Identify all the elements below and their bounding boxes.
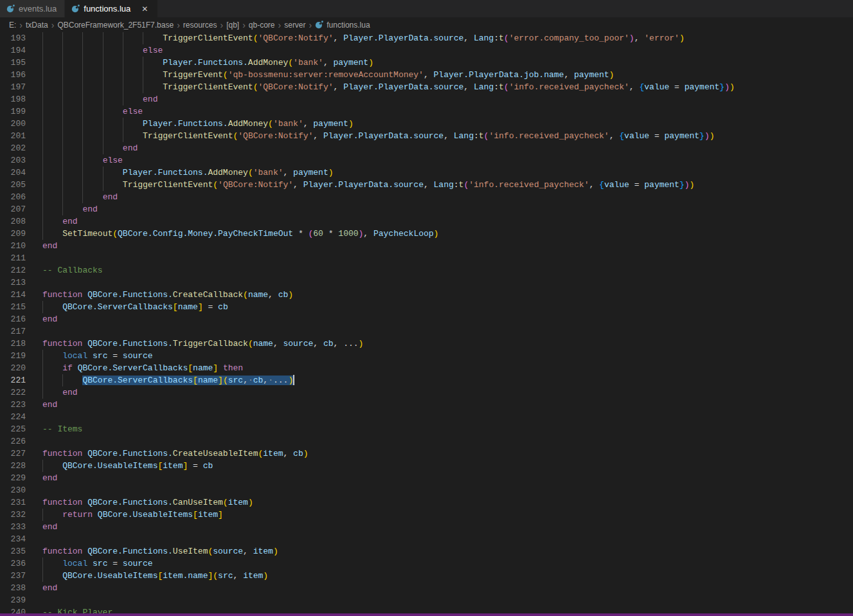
- code-line[interactable]: 203 else: [0, 154, 853, 167]
- line-number: 239: [0, 594, 26, 606]
- code-line[interactable]: 204 Player.Functions.AddMoney('bank', pa…: [0, 167, 853, 179]
- code-line[interactable]: 213: [0, 276, 853, 289]
- code-line[interactable]: 235function QBCore.Functions.UseItem(sou…: [0, 545, 853, 557]
- code-line[interactable]: 209 SetTimeout(QBCore.Config.Money.PayCh…: [0, 228, 853, 240]
- code-line[interactable]: 193 TriggerClientEvent('QBCore:Notify', …: [0, 32, 853, 44]
- line-number: 224: [0, 411, 26, 423]
- line-number: 232: [0, 509, 26, 521]
- code-line[interactable]: 224: [0, 411, 853, 423]
- code-line[interactable]: 239: [0, 594, 853, 606]
- line-number: 228: [0, 460, 26, 472]
- code-line[interactable]: 228 QBCore.UseableItems[item] = cb: [0, 460, 853, 472]
- close-icon[interactable]: ✕: [139, 4, 150, 14]
- code-line[interactable]: 226: [0, 435, 853, 448]
- code-line[interactable]: 212-- Callbacks: [0, 264, 853, 276]
- code-line[interactable]: 197 TriggerClientEvent('QBCore:Notify', …: [0, 81, 853, 93]
- line-content: TriggerEvent('qb-bossmenu:server:removeA…: [26, 69, 853, 81]
- indent-guide: [42, 557, 43, 570]
- breadcrumb-item[interactable]: QBCoreFramework_2F51F7.base: [57, 21, 174, 30]
- code-line[interactable]: 225-- Items: [0, 423, 853, 435]
- indent-guide: [42, 44, 43, 57]
- code-line[interactable]: 236 local src = source: [0, 557, 853, 570]
- code-line[interactable]: 234: [0, 533, 853, 545]
- code-line[interactable]: 215 QBCore.ServerCallbacks[name] = cb: [0, 301, 853, 313]
- line-content: [26, 411, 853, 423]
- chevron-right-icon: ›: [275, 21, 285, 30]
- code-line[interactable]: 220 if QBCore.ServerCallbacks[name] then: [0, 362, 853, 374]
- indent-guide: [42, 167, 43, 179]
- tab-events-lua[interactable]: events.lua: [0, 0, 65, 17]
- indent-guide: [103, 130, 103, 142]
- chevron-right-icon: ›: [174, 21, 183, 30]
- code-line[interactable]: 219 local src = source: [0, 350, 853, 362]
- indent-guide: [103, 69, 103, 81]
- indent-guide: [42, 228, 43, 240]
- indent-guide: [42, 570, 43, 582]
- indent-guide: [62, 142, 63, 154]
- code-line[interactable]: 194 else: [0, 44, 853, 57]
- code-line[interactable]: 211: [0, 252, 853, 264]
- code-line[interactable]: 227function QBCore.Functions.CreateUseab…: [0, 448, 853, 460]
- code-line[interactable]: 198 end: [0, 93, 853, 105]
- code-line[interactable]: 208 end: [0, 215, 853, 228]
- indent-guide: [42, 301, 43, 313]
- indent-guide: [62, 374, 63, 386]
- code-line[interactable]: 218function QBCore.Functions.TriggerCall…: [0, 338, 853, 350]
- code-line[interactable]: 230: [0, 484, 853, 496]
- code-line[interactable]: 223end: [0, 399, 853, 411]
- code-line[interactable]: 200 Player.Functions.AddMoney('bank', pa…: [0, 118, 853, 130]
- code-line[interactable]: 233end: [0, 521, 853, 533]
- code-line[interactable]: 195 Player.Functions.AddMoney('bank', pa…: [0, 57, 853, 69]
- chevron-right-icon: ›: [217, 21, 226, 30]
- breadcrumb-item[interactable]: E:: [9, 21, 16, 30]
- code-line[interactable]: 202 end: [0, 142, 853, 154]
- code-line[interactable]: 214function QBCore.Functions.CreateCallb…: [0, 289, 853, 301]
- line-content: return QBCore.UseableItems[item]: [26, 509, 853, 521]
- code-line[interactable]: 207 end: [0, 203, 853, 215]
- code-line[interactable]: 196 TriggerEvent('qb-bossmenu:server:rem…: [0, 69, 853, 81]
- indent-guide: [82, 69, 83, 81]
- line-content: end: [26, 386, 853, 399]
- breadcrumb-item[interactable]: resources: [183, 21, 217, 30]
- code-line[interactable]: 231function QBCore.Functions.CanUseItem(…: [0, 496, 853, 509]
- code-line[interactable]: 237 QBCore.UseableItems[item.name](src, …: [0, 570, 853, 582]
- line-content: [26, 252, 853, 264]
- line-number: 193: [0, 32, 26, 44]
- code-line[interactable]: 210end: [0, 240, 853, 252]
- code-line[interactable]: 232 return QBCore.UseableItems[item]: [0, 509, 853, 521]
- code-editor[interactable]: 193 TriggerClientEvent('QBCore:Notify', …: [0, 32, 853, 616]
- code-line[interactable]: 201 TriggerClientEvent('QBCore:Notify', …: [0, 130, 853, 142]
- indent-guide: [82, 154, 83, 167]
- line-number: 225: [0, 423, 26, 435]
- indent-guide: [103, 179, 103, 191]
- breadcrumb: E:›txData›QBCoreFramework_2F51F7.base›re…: [0, 17, 853, 32]
- code-line[interactable]: 221 QBCore.ServerCallbacks[name](src,·cb…: [0, 374, 853, 386]
- line-content: [26, 533, 853, 545]
- status-bar: [0, 613, 853, 616]
- breadcrumb-item[interactable]: txData: [26, 21, 48, 30]
- line-content: function QBCore.Functions.UseItem(source…: [26, 545, 853, 557]
- line-number: 227: [0, 448, 26, 460]
- indent-guide: [42, 32, 43, 44]
- code-line[interactable]: 216end: [0, 313, 853, 325]
- code-line[interactable]: 229end: [0, 472, 853, 484]
- line-number: 234: [0, 533, 26, 545]
- indent-guide: [82, 93, 83, 105]
- line-content: QBCore.ServerCallbacks[name] = cb: [26, 301, 853, 313]
- code-line[interactable]: 217: [0, 325, 853, 338]
- line-content: function QBCore.Functions.TriggerCallbac…: [26, 338, 853, 350]
- indent-guide: [42, 215, 43, 228]
- breadcrumb-item[interactable]: [qb]: [226, 21, 239, 30]
- code-line[interactable]: 206 end: [0, 191, 853, 203]
- line-number: 197: [0, 81, 26, 93]
- code-line[interactable]: 205 TriggerClientEvent('QBCore:Notify', …: [0, 179, 853, 191]
- code-line[interactable]: 199 else: [0, 105, 853, 118]
- line-number: 215: [0, 301, 26, 313]
- tab-functions-lua[interactable]: functions.lua✕: [65, 0, 158, 17]
- code-line[interactable]: 222 end: [0, 386, 853, 399]
- code-line[interactable]: 238end: [0, 582, 853, 594]
- breadcrumb-item[interactable]: qb-core: [249, 21, 275, 30]
- breadcrumb-file[interactable]: functions.lua: [315, 21, 370, 30]
- selection: QBCore.ServerCallbacks[name](src,·cb,·..…: [82, 376, 293, 385]
- breadcrumb-item[interactable]: server: [284, 21, 305, 30]
